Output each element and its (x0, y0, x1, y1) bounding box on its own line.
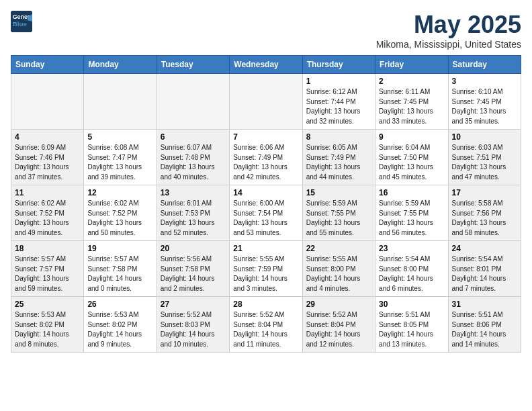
day-number: 5 (87, 132, 152, 142)
day-info: Sunrise: 6:12 AM Sunset: 7:44 PM Dayligh… (306, 87, 371, 126)
calendar-cell: 10Sunrise: 6:03 AM Sunset: 7:51 PM Dayli… (448, 130, 521, 185)
calendar-cell: 17Sunrise: 5:58 AM Sunset: 7:56 PM Dayli… (448, 185, 521, 241)
day-info: Sunrise: 6:03 AM Sunset: 7:51 PM Dayligh… (452, 143, 517, 182)
day-info: Sunrise: 5:57 AM Sunset: 7:57 PM Dayligh… (15, 255, 80, 293)
calendar-cell (230, 74, 302, 130)
calendar-week-row: 11Sunrise: 6:02 AM Sunset: 7:52 PM Dayli… (11, 185, 521, 241)
month-title: May 2025 (376, 11, 521, 39)
day-number: 12 (87, 188, 152, 197)
day-number: 13 (161, 188, 226, 197)
day-info: Sunrise: 5:59 AM Sunset: 7:55 PM Dayligh… (306, 199, 371, 238)
day-number: 2 (379, 77, 444, 86)
day-number: 1 (306, 77, 371, 86)
day-info: Sunrise: 6:02 AM Sunset: 7:52 PM Dayligh… (15, 199, 80, 238)
calendar-cell: 2Sunrise: 6:11 AM Sunset: 7:45 PM Daylig… (375, 74, 448, 130)
calendar-cell: 25Sunrise: 5:53 AM Sunset: 8:02 PM Dayli… (11, 297, 84, 353)
day-info: Sunrise: 6:04 AM Sunset: 7:50 PM Dayligh… (379, 143, 444, 182)
day-info: Sunrise: 6:08 AM Sunset: 7:47 PM Dayligh… (87, 143, 152, 182)
weekday-header: Thursday (302, 56, 375, 74)
calendar-cell: 22Sunrise: 5:55 AM Sunset: 8:00 PM Dayli… (302, 241, 375, 297)
calendar-cell (84, 74, 157, 130)
calendar-cell: 13Sunrise: 6:01 AM Sunset: 7:53 PM Dayli… (157, 185, 229, 241)
day-info: Sunrise: 6:01 AM Sunset: 7:53 PM Dayligh… (161, 199, 226, 238)
logo: General Blue (11, 11, 32, 32)
day-info: Sunrise: 6:11 AM Sunset: 7:45 PM Dayligh… (379, 87, 444, 126)
day-number: 28 (233, 300, 298, 309)
calendar-week-row: 1Sunrise: 6:12 AM Sunset: 7:44 PM Daylig… (11, 74, 521, 130)
calendar-cell: 6Sunrise: 6:07 AM Sunset: 7:48 PM Daylig… (157, 130, 229, 185)
day-number: 27 (161, 300, 226, 309)
day-number: 22 (306, 244, 371, 253)
calendar-cell: 21Sunrise: 5:55 AM Sunset: 7:59 PM Dayli… (230, 241, 302, 297)
day-number: 16 (379, 188, 444, 197)
calendar-table: SundayMondayTuesdayWednesdayThursdayFrid… (11, 55, 521, 353)
day-number: 17 (452, 188, 517, 197)
day-number: 21 (233, 244, 298, 253)
day-info: Sunrise: 5:52 AM Sunset: 8:04 PM Dayligh… (306, 310, 371, 349)
calendar-cell: 16Sunrise: 5:59 AM Sunset: 7:55 PM Dayli… (375, 185, 448, 241)
calendar-week-row: 25Sunrise: 5:53 AM Sunset: 8:02 PM Dayli… (11, 297, 521, 353)
weekday-header-row: SundayMondayTuesdayWednesdayThursdayFrid… (11, 56, 521, 74)
day-number: 11 (15, 188, 80, 197)
day-number: 20 (161, 244, 226, 253)
day-info: Sunrise: 5:54 AM Sunset: 8:01 PM Dayligh… (452, 255, 517, 293)
weekday-header: Monday (84, 56, 157, 74)
calendar-cell: 11Sunrise: 6:02 AM Sunset: 7:52 PM Dayli… (11, 185, 84, 241)
day-number: 24 (452, 244, 517, 253)
day-number: 4 (15, 132, 80, 142)
svg-text:Blue: Blue (13, 20, 28, 28)
calendar-week-row: 4Sunrise: 6:09 AM Sunset: 7:46 PM Daylig… (11, 130, 521, 185)
day-number: 8 (306, 132, 371, 142)
calendar-week-row: 18Sunrise: 5:57 AM Sunset: 7:57 PM Dayli… (11, 241, 521, 297)
calendar-cell: 7Sunrise: 6:06 AM Sunset: 7:49 PM Daylig… (230, 130, 302, 185)
day-number: 29 (306, 300, 371, 309)
day-info: Sunrise: 6:07 AM Sunset: 7:48 PM Dayligh… (161, 143, 226, 182)
day-number: 9 (379, 132, 444, 142)
weekday-header: Friday (375, 56, 448, 74)
calendar-cell: 12Sunrise: 6:02 AM Sunset: 7:52 PM Dayli… (84, 185, 157, 241)
calendar-cell: 20Sunrise: 5:56 AM Sunset: 7:58 PM Dayli… (157, 241, 229, 297)
day-info: Sunrise: 5:51 AM Sunset: 8:06 PM Dayligh… (452, 310, 517, 349)
weekday-header: Sunday (11, 56, 84, 74)
day-info: Sunrise: 5:55 AM Sunset: 8:00 PM Dayligh… (306, 255, 371, 293)
day-number: 30 (379, 300, 444, 309)
day-info: Sunrise: 6:00 AM Sunset: 7:54 PM Dayligh… (233, 199, 298, 238)
calendar-cell: 26Sunrise: 5:53 AM Sunset: 8:02 PM Dayli… (84, 297, 157, 353)
day-info: Sunrise: 5:53 AM Sunset: 8:02 PM Dayligh… (15, 310, 80, 349)
day-number: 18 (15, 244, 80, 253)
calendar-cell (157, 74, 229, 130)
day-info: Sunrise: 5:51 AM Sunset: 8:05 PM Dayligh… (379, 310, 444, 349)
day-number: 3 (452, 77, 517, 86)
calendar-cell: 31Sunrise: 5:51 AM Sunset: 8:06 PM Dayli… (448, 297, 521, 353)
day-info: Sunrise: 6:06 AM Sunset: 7:49 PM Dayligh… (233, 143, 298, 182)
calendar-cell: 28Sunrise: 5:52 AM Sunset: 8:04 PM Dayli… (230, 297, 302, 353)
calendar-cell: 9Sunrise: 6:04 AM Sunset: 7:50 PM Daylig… (375, 130, 448, 185)
location: Mikoma, Mississippi, United States (376, 39, 521, 50)
calendar-cell: 23Sunrise: 5:54 AM Sunset: 8:00 PM Dayli… (375, 241, 448, 297)
day-number: 23 (379, 244, 444, 253)
calendar-cell: 15Sunrise: 5:59 AM Sunset: 7:55 PM Dayli… (302, 185, 375, 241)
day-info: Sunrise: 5:57 AM Sunset: 7:58 PM Dayligh… (87, 255, 152, 293)
day-info: Sunrise: 6:09 AM Sunset: 7:46 PM Dayligh… (15, 143, 80, 182)
day-number: 15 (306, 188, 371, 197)
day-number: 26 (87, 300, 152, 309)
day-number: 19 (87, 244, 152, 253)
calendar-cell: 30Sunrise: 5:51 AM Sunset: 8:05 PM Dayli… (375, 297, 448, 353)
weekday-header: Saturday (448, 56, 521, 74)
day-info: Sunrise: 5:56 AM Sunset: 7:58 PM Dayligh… (161, 255, 226, 293)
calendar-cell: 14Sunrise: 6:00 AM Sunset: 7:54 PM Dayli… (230, 185, 302, 241)
page-header: General Blue May 2025 Mikoma, Mississipp… (11, 11, 521, 50)
calendar-cell: 3Sunrise: 6:10 AM Sunset: 7:45 PM Daylig… (448, 74, 521, 130)
day-number: 7 (233, 132, 298, 142)
calendar-cell: 27Sunrise: 5:52 AM Sunset: 8:03 PM Dayli… (157, 297, 229, 353)
title-block: May 2025 Mikoma, Mississippi, United Sta… (376, 11, 521, 50)
day-info: Sunrise: 5:53 AM Sunset: 8:02 PM Dayligh… (87, 310, 152, 349)
calendar-cell: 1Sunrise: 6:12 AM Sunset: 7:44 PM Daylig… (302, 74, 375, 130)
weekday-header: Wednesday (230, 56, 302, 74)
calendar-cell: 4Sunrise: 6:09 AM Sunset: 7:46 PM Daylig… (11, 130, 84, 185)
day-number: 14 (233, 188, 298, 197)
calendar-cell (11, 74, 84, 130)
day-info: Sunrise: 5:58 AM Sunset: 7:56 PM Dayligh… (452, 199, 517, 238)
day-info: Sunrise: 6:05 AM Sunset: 7:49 PM Dayligh… (306, 143, 371, 182)
day-info: Sunrise: 5:55 AM Sunset: 7:59 PM Dayligh… (233, 255, 298, 293)
